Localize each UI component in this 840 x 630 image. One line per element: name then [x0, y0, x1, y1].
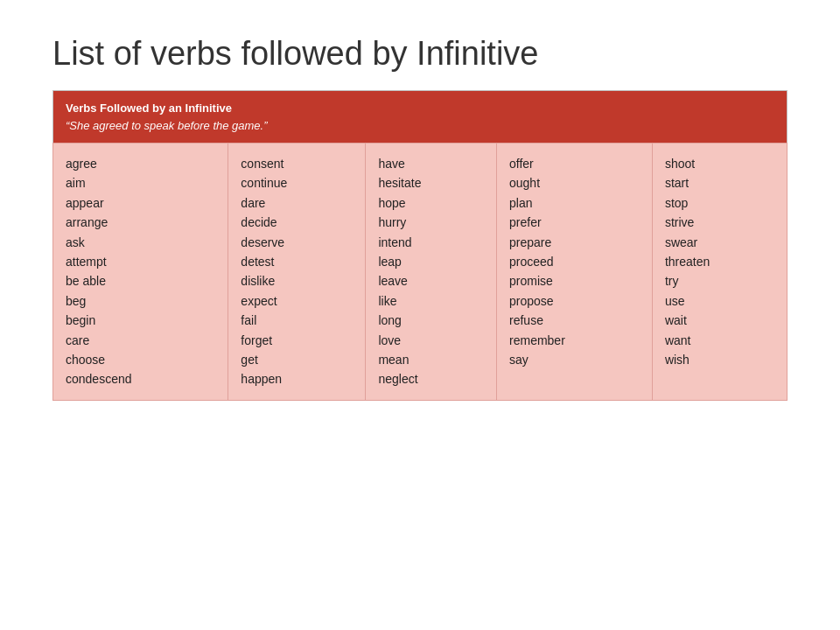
verb-col-4: offer ought plan prefer prepare proceed …	[497, 144, 653, 401]
verb-col-1: agree aim appear arrange ask attempt be …	[53, 144, 228, 401]
page-container: List of verbs followed by Infinitive Ver…	[0, 0, 840, 630]
verb-col-5: shoot start stop strive swear threaten t…	[652, 144, 787, 401]
table-header-row: Verbs Followed by an Infinitive “She agr…	[53, 91, 788, 144]
verb-col-3: have hesitate hope hurry intend leap lea…	[366, 144, 497, 401]
verb-list-3: have hesitate hope hurry intend leap lea…	[378, 157, 421, 386]
page-title: List of verbs followed by Infinitive	[52, 35, 788, 73]
verb-list-1: agree aim appear arrange ask attempt be …	[66, 157, 132, 386]
verb-list-5: shoot start stop strive swear threaten t…	[665, 157, 710, 367]
verb-col-2: consent continue dare decide deserve det…	[228, 144, 366, 401]
table-header-cell: Verbs Followed by an Infinitive “She agr…	[53, 91, 788, 144]
verbs-table: Verbs Followed by an Infinitive “She agr…	[52, 90, 788, 401]
verb-list-2: consent continue dare decide deserve det…	[241, 157, 287, 386]
verb-list-4: offer ought plan prefer prepare proceed …	[509, 157, 565, 367]
verbs-data-row: agree aim appear arrange ask attempt be …	[53, 144, 788, 401]
header-line2: “She agreed to speak before the game.”	[66, 119, 268, 132]
header-line1: Verbs Followed by an Infinitive	[66, 102, 232, 115]
